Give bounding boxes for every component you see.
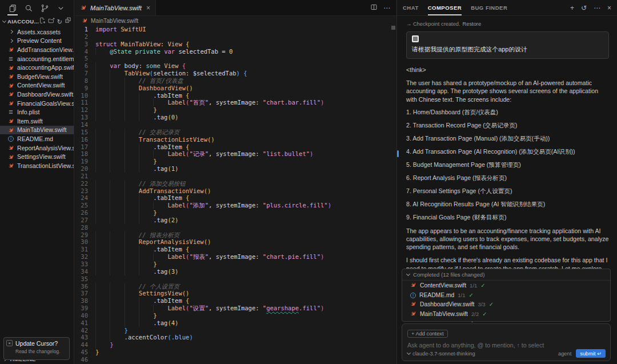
code-area[interactable]: 1import SwiftUI23struct MainTabView: Vie…	[75, 26, 390, 364]
code-line[interactable]: 28	[75, 224, 390, 231]
code-line[interactable]: 11 Label("首页", systemImage: "chart.bar.f…	[75, 99, 390, 106]
code-line[interactable]: 42 }	[75, 327, 390, 334]
add-context-button[interactable]: + Add context	[407, 330, 448, 338]
new-folder-icon[interactable]	[48, 16, 55, 26]
file-item[interactable]: MainTabView.swift	[0, 126, 74, 135]
code-line[interactable]: 29 // 报表分析页	[75, 231, 390, 239]
completed-file-item[interactable]: iREADME.md1/1✓	[402, 290, 610, 299]
code-line[interactable]: 15 // 交易记录页	[75, 129, 390, 136]
editor-scrollbar[interactable]	[391, 26, 396, 364]
close-icon[interactable]: ×	[146, 4, 150, 12]
code-line[interactable]: 8 // 首页/仪表盘	[75, 77, 390, 85]
breadcrumb[interactable]: MainTabView.swift	[75, 16, 396, 26]
code-line[interactable]: 39 Label("设置", systemImage: "gearshape.f…	[75, 305, 390, 312]
history-icon[interactable]: ↺	[581, 4, 587, 12]
code-line[interactable]: 16 TransactionListView()	[75, 136, 390, 143]
code-line[interactable]: 25 Label("添加", systemImage: "plus.circle…	[75, 202, 390, 209]
code-line[interactable]: 44 }	[75, 341, 390, 349]
file-item[interactable]: BudgetView.swift	[0, 72, 74, 81]
new-file-icon[interactable]	[39, 16, 46, 26]
code-line[interactable]: 9 DashboardView()	[75, 85, 390, 92]
file-item[interactable]: AddTransactionView.s...	[0, 45, 74, 54]
code-line[interactable]: 27 .tag(2)	[75, 217, 390, 224]
source-control-icon[interactable]	[39, 2, 51, 14]
code-line[interactable]: 19 }	[75, 158, 390, 165]
code-line[interactable]: 34 .tag(3)	[75, 268, 390, 275]
code-line[interactable]: 23 AddTransactionView()	[75, 187, 390, 195]
code-line[interactable]: 10 .tabItem {	[75, 92, 390, 99]
file-item[interactable]: Preview Content	[0, 37, 74, 46]
code-line[interactable]: 18 Label("记录", systemImage: "list.bullet…	[75, 150, 390, 158]
code-line[interactable]: 5	[75, 55, 390, 62]
code-line[interactable]: 21	[75, 173, 390, 180]
completed-file-item[interactable]: MainTabView.swift2/2✓	[402, 309, 610, 319]
file-item[interactable]: iREADME.md	[0, 134, 74, 143]
file-item[interactable]: SettingsView.swift	[0, 152, 74, 161]
code-line[interactable]: 22 // 添加交易按钮	[75, 180, 390, 187]
code-line[interactable]: 41 .tag(4)	[75, 319, 390, 327]
code-line[interactable]: 36 // 个人设置页	[75, 283, 390, 290]
code-line[interactable]: 14	[75, 121, 390, 129]
code-line[interactable]: 17 .tabItem {	[75, 143, 390, 151]
search-icon[interactable]	[23, 2, 34, 14]
tab-chat[interactable]: CHAT	[403, 0, 419, 15]
model-selector[interactable]: claude-3.7-sonnet-thinking	[407, 351, 475, 357]
close-icon[interactable]: ×	[6, 340, 13, 346]
explorer-section-header[interactable]: AIACCOU... ↻	[0, 16, 74, 26]
tab-composer[interactable]: COMPOSER	[428, 0, 462, 15]
close-icon[interactable]: ×	[607, 4, 611, 12]
code-line[interactable]: 33 }	[75, 261, 390, 268]
file-item[interactable]: ContentView.swift	[0, 81, 74, 90]
code-line[interactable]: 43 .accentColor(.blue)	[75, 334, 390, 341]
file-item[interactable]: ReportAnalysisView.swift	[0, 143, 74, 153]
code-line[interactable]: 35	[75, 275, 390, 283]
file-item[interactable]: Assets.xcassets	[0, 27, 74, 37]
code-line[interactable]: 32 Label("报表", systemImage: "chart.pie.f…	[75, 253, 390, 261]
submit-button[interactable]: submit ↵	[576, 349, 606, 358]
refresh-icon[interactable]: ↻	[57, 16, 62, 26]
file-item[interactable]: aiaccounting.entitleme...	[0, 54, 74, 63]
completed-file-item[interactable]: ContentView.swift1/1✓	[402, 281, 610, 290]
code-line[interactable]: 12 }	[75, 106, 390, 114]
file-item[interactable]: TransactionListView.sw...	[0, 161, 74, 170]
chevron-down-icon[interactable]	[55, 2, 67, 14]
collapse-all-icon[interactable]	[65, 16, 71, 26]
code-line[interactable]: 4 @State private var selectedTab = 0	[75, 48, 390, 55]
code-line[interactable]: 40 }	[75, 312, 390, 319]
code-line[interactable]: 45}	[75, 349, 390, 356]
image-thumbnail[interactable]	[412, 35, 419, 42]
user-message[interactable]: 请根据我提供的原型图完成这个app的设计	[406, 31, 609, 59]
code-line[interactable]: 3struct MainTabView: View {	[75, 41, 390, 48]
code-line[interactable]: 31 .tabItem {	[75, 246, 390, 253]
split-editor-icon[interactable]	[370, 3, 378, 13]
code-line[interactable]: 7 TabView(selection: $selectedTab) {	[75, 70, 390, 77]
code-line[interactable]: 46	[75, 356, 390, 363]
chat-input-placeholder[interactable]: Ask agent to do anything, @ to mention, …	[407, 342, 605, 349]
file-item[interactable]: Item.swift	[0, 117, 74, 126]
code-line[interactable]: 30 ReportAnalysisView()	[75, 238, 390, 246]
more-icon[interactable]: ⋯	[594, 4, 600, 12]
completed-file-item[interactable]: DashboardView.swift3/3✓	[402, 299, 610, 309]
code-line[interactable]: 1import SwiftUI	[75, 26, 390, 33]
completed-header[interactable]: Completed (12 files changed)	[402, 269, 610, 281]
file-item[interactable]: aiaccountingApp.swift	[0, 63, 74, 72]
toast-changelog-link[interactable]: Read the changelog.	[15, 349, 67, 354]
code-line[interactable]: 13 .tag(0)	[75, 114, 390, 121]
restore-link[interactable]: Restore	[463, 21, 482, 27]
code-line[interactable]: 20 .tag(1)	[75, 165, 390, 173]
code-line[interactable]: 6 var body: some View {	[75, 62, 390, 70]
chat-input-box[interactable]: + Add context Ask agent to do anything, …	[402, 323, 611, 361]
agent-mode-label[interactable]: agent	[558, 351, 571, 357]
code-line[interactable]: 2	[75, 33, 390, 41]
code-line[interactable]: 26 }	[75, 209, 390, 217]
code-line[interactable]: 37 SettingsView()	[75, 290, 390, 297]
code-line[interactable]: 24 .tabItem {	[75, 194, 390, 202]
new-chat-icon[interactable]: +	[570, 4, 574, 12]
more-actions-icon[interactable]: ⋯	[383, 4, 390, 12]
tab-maintabview[interactable]: MainTabView.swift ×	[75, 0, 156, 15]
files-icon[interactable]	[7, 2, 18, 14]
code-line[interactable]: 38 .tabItem {	[75, 297, 390, 305]
file-item[interactable]: Info.plist	[0, 107, 74, 117]
file-item[interactable]: DashboardView.swift	[0, 90, 74, 99]
tab-bug-finder[interactable]: BUG FINDER	[471, 0, 507, 15]
